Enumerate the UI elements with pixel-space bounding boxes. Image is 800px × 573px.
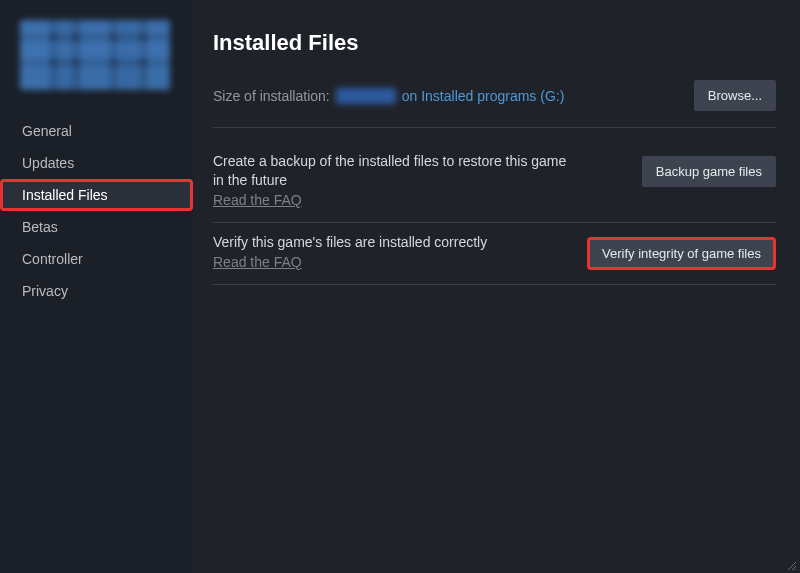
svg-line-4 bbox=[788, 562, 796, 570]
page-title: Installed Files bbox=[213, 30, 776, 56]
sidebar-item-controller[interactable]: Controller bbox=[0, 243, 193, 275]
game-thumbnail bbox=[20, 20, 170, 90]
install-size-value bbox=[336, 88, 396, 104]
sidebar-nav: General Updates Installed Files Betas Co… bbox=[0, 115, 193, 307]
install-location-link[interactable]: on Installed programs (G:) bbox=[402, 88, 565, 104]
sidebar-item-updates[interactable]: Updates bbox=[0, 147, 193, 179]
svg-line-6 bbox=[795, 569, 796, 570]
sidebar-item-installed-files[interactable]: Installed Files bbox=[0, 179, 193, 211]
sidebar-item-general[interactable]: General bbox=[0, 115, 193, 147]
backup-button[interactable]: Backup game files bbox=[642, 156, 776, 187]
sidebar-item-privacy[interactable]: Privacy bbox=[0, 275, 193, 307]
browse-button[interactable]: Browse... bbox=[694, 80, 776, 111]
main-panel: Installed Files Size of installation: on… bbox=[193, 0, 800, 573]
backup-faq-link[interactable]: Read the FAQ bbox=[213, 192, 302, 208]
verify-button[interactable]: Verify integrity of game files bbox=[587, 237, 776, 270]
backup-title: Create a backup of the installed files t… bbox=[213, 152, 573, 190]
verify-faq-link[interactable]: Read the FAQ bbox=[213, 254, 302, 270]
sidebar: General Updates Installed Files Betas Co… bbox=[0, 0, 193, 573]
backup-row: Create a backup of the installed files t… bbox=[213, 142, 776, 223]
verify-title: Verify this game's files are installed c… bbox=[213, 233, 487, 252]
resize-grip-icon[interactable] bbox=[785, 558, 797, 570]
sidebar-item-betas[interactable]: Betas bbox=[0, 211, 193, 243]
verify-row: Verify this game's files are installed c… bbox=[213, 223, 776, 285]
install-size-label: Size of installation: bbox=[213, 88, 330, 104]
install-size-row: Size of installation: on Installed progr… bbox=[213, 80, 776, 128]
